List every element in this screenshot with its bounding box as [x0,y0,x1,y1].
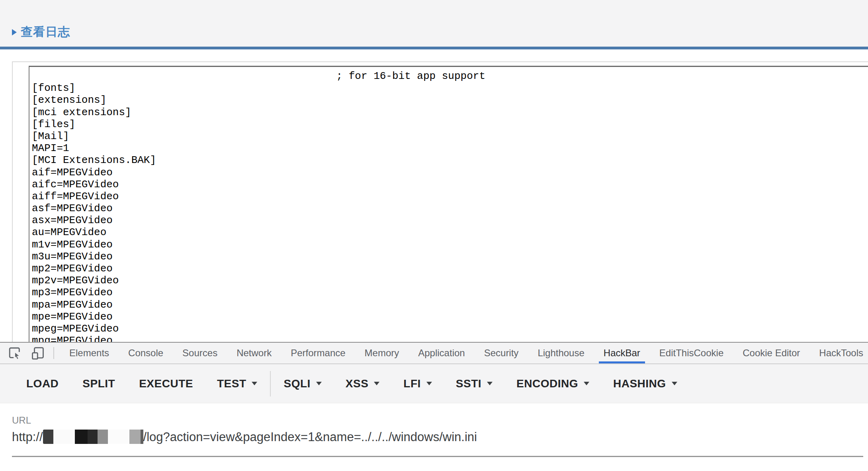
tab-network[interactable]: Network [232,343,276,363]
page-header: 查看日志 [0,0,868,47]
tab-console[interactable]: Console [123,343,168,363]
redacted-host-block [75,430,88,444]
log-line: au=MPEGVideo [32,226,868,238]
log-line: aiff=MPEGVideo [32,190,868,202]
inspect-element-icon[interactable] [8,346,22,360]
tab-hackbar[interactable]: HackBar [599,343,645,363]
tab-elements[interactable]: Elements [65,343,114,363]
url-input-underline [12,456,863,457]
devtools-tabs: Elements Console Sources Network Perform… [65,343,868,363]
chevron-down-icon [487,382,493,385]
xss-menu-button[interactable]: XSS [334,364,392,403]
log-line: mp2v=MPEGVideo [32,275,868,287]
chevron-down-icon [252,382,257,385]
url-scheme-text: http:// [12,430,43,444]
log-line: m1v=MPEGVideo [32,239,868,251]
encoding-menu-button[interactable]: ENCODING [504,364,601,403]
log-line: m3u=MPEGVideo [32,251,868,263]
ssti-menu-button[interactable]: SSTI [444,364,504,403]
log-panel: ; for 16-bit app support [fonts] [extens… [12,61,868,342]
chevron-down-icon [426,382,432,385]
page-content: ; for 16-bit app support [fonts] [extens… [0,49,868,342]
chevron-down-icon [374,382,379,385]
url-path-text: /log?action=view&pageIndex=1&name=../../… [143,430,477,444]
lfi-menu-button[interactable]: LFI [391,364,444,403]
chevron-down-icon [672,382,677,385]
execute-button-label: EXECUTE [139,377,193,390]
url-field-label: URL [12,415,868,426]
log-line: [MCI Extensions.BAK] [32,154,868,166]
lfi-menu-label: LFI [403,377,421,390]
log-line: mpeg=MPEGVideo [32,323,868,335]
log-line: asf=MPEGVideo [32,202,868,214]
collapse-arrow-icon [12,29,17,35]
tab-security[interactable]: Security [479,343,524,363]
log-line: ; for 16-bit app support [32,70,868,82]
tab-hacktools[interactable]: HackTools [814,343,868,363]
device-toolbar-icon[interactable] [31,346,45,360]
view-log-collapse-toggle[interactable]: 查看日志 [12,24,70,40]
redacted-host-block [98,430,108,444]
redacted-host-block [43,430,53,444]
execute-button[interactable]: EXECUTE [127,364,205,403]
tab-editthiscookie[interactable]: EditThisCookie [655,343,728,363]
tab-bar-divider [53,347,54,359]
chevron-down-icon [584,382,589,385]
log-output-box: ; for 16-bit app support [fonts] [extens… [29,66,868,342]
tab-sources[interactable]: Sources [178,343,222,363]
log-line: [fonts] [32,82,868,94]
redacted-host-block [88,430,98,444]
sqli-menu-label: SQLI [283,377,310,390]
log-line: mpe=MPEGVideo [32,311,868,323]
url-input[interactable]: http:///log?action=view&pageIndex=1&name… [12,429,868,445]
redacted-host-block [53,430,75,444]
hackbar-toolbar: LOAD SPLIT EXECUTE TEST SQLI XSS LFI SST… [0,364,868,403]
toolbar-divider [270,371,271,396]
load-button[interactable]: LOAD [14,364,70,403]
encoding-menu-label: ENCODING [516,377,578,390]
log-line: [extensions] [32,94,868,106]
load-button-label: LOAD [26,377,59,390]
log-line: asx=MPEGVideo [32,214,868,226]
tab-cookie-editor[interactable]: Cookie Editor [738,343,805,363]
devtools-tab-bar: Elements Console Sources Network Perform… [0,342,868,364]
log-line: aifc=MPEGVideo [32,179,868,190]
sqli-menu-button[interactable]: SQLI [272,364,333,403]
log-line: mp2=MPEGVideo [32,263,868,275]
redacted-host-block [108,430,129,444]
tab-application[interactable]: Application [413,343,469,363]
tab-memory[interactable]: Memory [360,343,404,363]
log-line: MAPI=1 [32,142,868,154]
log-line: mpa=MPEGVideo [32,299,868,311]
tab-lighthouse[interactable]: Lighthouse [533,343,589,363]
split-button-label: SPLIT [82,377,115,390]
xss-menu-label: XSS [346,377,369,390]
hashing-menu-label: HASHING [613,377,666,390]
header-accent-bar [0,47,868,49]
log-line: [files] [32,118,868,130]
tab-performance[interactable]: Performance [286,343,350,363]
page-title: 查看日志 [21,24,70,40]
split-button[interactable]: SPLIT [70,364,127,403]
hashing-menu-button[interactable]: HASHING [601,364,689,403]
ssti-menu-label: SSTI [456,377,481,390]
log-line: aif=MPEGVideo [32,167,868,179]
test-menu-button[interactable]: TEST [205,364,270,403]
hackbar-url-section: URL http:///log?action=view&pageIndex=1&… [0,403,868,471]
log-line: [Mail] [32,130,868,142]
devtools-panel: Elements Console Sources Network Perform… [0,342,868,471]
log-line: [mci extensions] [32,106,868,118]
chevron-down-icon [316,382,322,385]
test-menu-label: TEST [217,377,246,390]
redacted-host-block [129,430,141,444]
log-line: mpg=MPEGVideo [32,335,868,342]
log-text: ; for 16-bit app support [fonts] [extens… [29,67,868,342]
redacted-host-block [141,430,143,444]
log-line: mp3=MPEGVideo [32,287,868,298]
